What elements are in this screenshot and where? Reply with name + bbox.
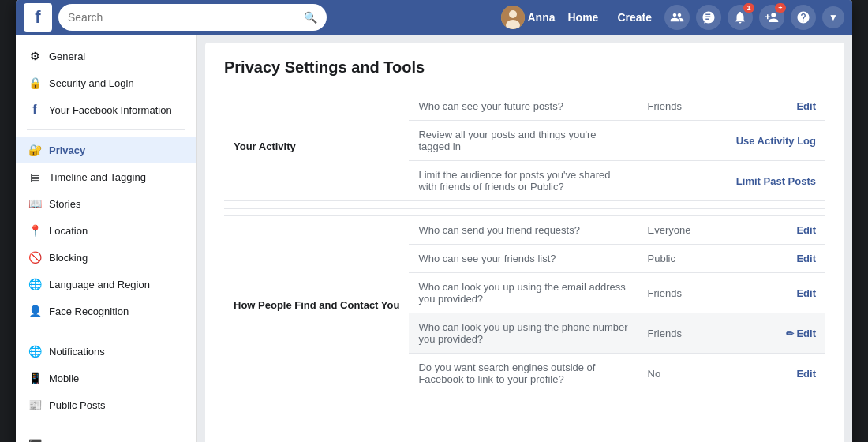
blocking-icon: 🚫: [27, 249, 43, 265]
friend-request-badge: +: [775, 3, 786, 13]
edit-phone-lookup-button[interactable]: ✏Edit: [727, 313, 825, 354]
sidebar-item-blocking[interactable]: 🚫 Blocking: [16, 244, 196, 271]
setting-value-friend-requests: Everyone: [638, 216, 727, 245]
nav-link-home[interactable]: Home: [562, 11, 605, 24]
sidebar-item-security[interactable]: 🔒 Security and Login: [16, 69, 196, 96]
setting-value-limit-past: [638, 161, 727, 201]
edit-friends-list-button[interactable]: Edit: [727, 245, 825, 273]
setting-value-email-lookup: Friends: [638, 273, 727, 313]
sidebar-label-stories: Stories: [49, 198, 80, 210]
section-label-find-contact: How People Find and Contact You: [224, 216, 409, 394]
public-posts-icon: 📰: [27, 397, 43, 413]
pencil-icon: ✏: [786, 328, 794, 339]
settings-table: Your Activity Who can see your future po…: [224, 92, 825, 393]
notifications-icon: 🌐: [27, 343, 43, 359]
avatar: [501, 6, 525, 29]
mobile-icon: 📱: [27, 370, 43, 386]
sidebar-item-fb-info[interactable]: f Your Facebook Information: [16, 96, 196, 123]
facebook-logo[interactable]: f: [24, 3, 52, 32]
setting-value-activity-log: [638, 121, 727, 161]
sidebar-label-blocking: Blocking: [49, 252, 88, 264]
use-activity-log-button[interactable]: Use Activity Log: [727, 121, 825, 161]
sidebar-label-location: Location: [49, 225, 88, 237]
setting-desc-friends-list: Who can see your friends list?: [409, 245, 638, 273]
table-row: Your Activity Who can see your future po…: [224, 92, 825, 121]
edit-search-engines-button[interactable]: Edit: [727, 354, 825, 394]
top-navigation: f 🔍 Anna Home Create 1 +: [16, 0, 852, 35]
search-box: 🔍: [58, 4, 327, 31]
sidebar: ⚙ General 🔒 Security and Login f Your Fa…: [16, 35, 197, 442]
sidebar-label-face: Face Recognition: [49, 305, 129, 317]
setting-desc-future-posts: Who can see your future posts?: [409, 92, 638, 121]
nav-user[interactable]: Anna: [501, 6, 556, 29]
face-recognition-icon: 👤: [27, 303, 43, 319]
sidebar-divider-1: [27, 129, 185, 130]
edit-future-posts-button[interactable]: Edit: [727, 92, 825, 121]
section-label-activity: Your Activity: [224, 92, 409, 201]
sidebar-item-mobile[interactable]: 📱 Mobile: [16, 365, 196, 391]
gear-icon: ⚙: [27, 48, 43, 64]
sidebar-item-language[interactable]: 🌐 Language and Region: [16, 271, 196, 298]
sidebar-item-notifications[interactable]: 🌐 Notifications: [16, 338, 196, 365]
sidebar-label-public-posts: Public Posts: [49, 399, 106, 411]
edit-email-lookup-button[interactable]: Edit: [727, 273, 825, 313]
setting-value-phone-lookup: Friends: [638, 313, 727, 354]
nav-help-icon[interactable]: [791, 5, 816, 30]
table-row: How People Find and Contact You Who can …: [224, 216, 825, 245]
sidebar-divider-3: [27, 425, 185, 425]
user-name-label: Anna: [528, 11, 556, 24]
nav-friend-requests-icon[interactable]: +: [759, 5, 784, 30]
sidebar-item-apps[interactable]: ⬛ Apps and Websites: [16, 432, 196, 442]
content-area: Privacy Settings and Tools Your Activity…: [205, 43, 844, 442]
sidebar-label-timeline: Timeline and Tagging: [49, 171, 146, 183]
sidebar-item-public-posts[interactable]: 📰 Public Posts: [16, 391, 196, 418]
nav-notifications-icon[interactable]: 1: [728, 5, 753, 30]
sidebar-label-language: Language and Region: [49, 279, 150, 290]
setting-desc-search-engines: Do you want search engines outside of Fa…: [409, 354, 638, 394]
svg-point-1: [509, 10, 517, 18]
language-icon: 🌐: [27, 276, 43, 292]
setting-desc-friend-requests: Who can send you friend requests?: [409, 216, 638, 245]
sidebar-label-privacy: Privacy: [49, 144, 85, 156]
sidebar-label-mobile: Mobile: [49, 373, 79, 384]
notification-badge: 1: [743, 3, 754, 13]
sidebar-item-privacy[interactable]: 🔐 Privacy: [16, 137, 196, 163]
main-layout: ⚙ General 🔒 Security and Login f Your Fa…: [16, 35, 852, 442]
stories-icon: 📖: [27, 196, 43, 212]
facebook-info-icon: f: [27, 102, 43, 118]
sidebar-label-fb-info: Your Facebook Information: [49, 104, 172, 116]
sidebar-item-face[interactable]: 👤 Face Recognition: [16, 298, 196, 324]
sidebar-label-apps: Apps and Websites: [49, 440, 137, 443]
setting-desc-phone-lookup: Who can look you up using the phone numb…: [409, 313, 638, 354]
edit-friend-requests-button[interactable]: Edit: [727, 216, 825, 245]
sidebar-item-timeline[interactable]: ▤ Timeline and Tagging: [16, 163, 196, 190]
search-input[interactable]: [68, 11, 299, 24]
page-title: Privacy Settings and Tools: [224, 58, 825, 77]
privacy-icon: 🔐: [27, 142, 43, 158]
setting-desc-limit-past: Limit the audience for posts you've shar…: [409, 161, 638, 201]
nav-messenger-icon[interactable]: [696, 5, 721, 30]
sidebar-divider-2: [27, 331, 185, 332]
timeline-icon: ▤: [27, 169, 43, 185]
setting-desc-activity-log: Review all your posts and things you're …: [409, 121, 638, 161]
sidebar-item-location[interactable]: 📍 Location: [16, 217, 196, 244]
nav-dropdown-icon[interactable]: ▼: [822, 6, 844, 28]
setting-desc-email-lookup: Who can look you up using the email addr…: [409, 273, 638, 313]
sidebar-item-general[interactable]: ⚙ General: [16, 43, 196, 69]
section-divider-row: [224, 201, 825, 216]
sidebar-label-general: General: [49, 51, 85, 62]
setting-value-search-engines: No: [638, 354, 727, 394]
search-icon: 🔍: [304, 11, 317, 24]
lock-icon: 🔒: [27, 75, 43, 91]
nav-people-icon[interactable]: [664, 5, 690, 30]
sidebar-label-notifications: Notifications: [49, 346, 105, 358]
nav-link-create[interactable]: Create: [611, 11, 658, 24]
location-icon: 📍: [27, 223, 43, 238]
limit-past-posts-button[interactable]: Limit Past Posts: [727, 161, 825, 201]
apps-icon: ⬛: [27, 437, 43, 442]
setting-value-future-posts: Friends: [638, 92, 727, 121]
sidebar-item-stories[interactable]: 📖 Stories: [16, 190, 196, 217]
sidebar-label-security: Security and Login: [49, 77, 134, 89]
setting-value-friends-list: Public: [638, 245, 727, 273]
